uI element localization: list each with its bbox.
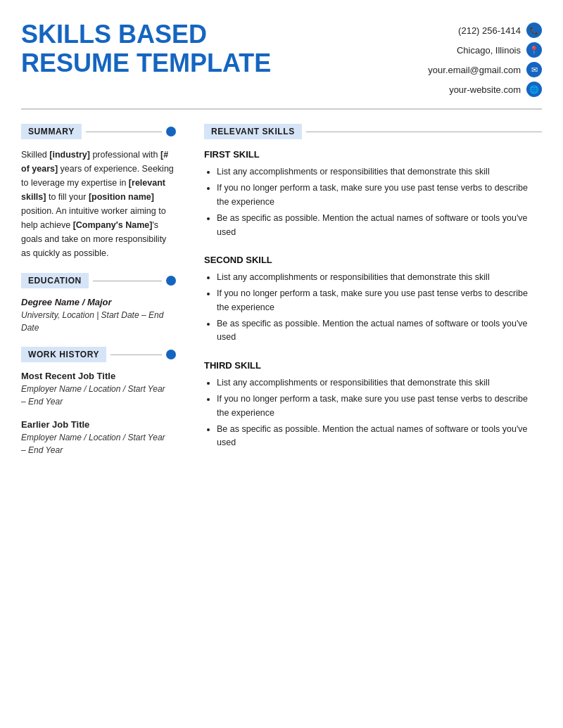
skill-list-2: List any accomplishments or responsibili… — [204, 271, 542, 345]
contact-location-row: Chicago, Illinois 📍 — [457, 42, 542, 58]
edu-detail: University, Location | Start Date – End … — [21, 309, 176, 334]
skill-list-3: List any accomplishments or responsibili… — [204, 376, 542, 450]
skill-3-bullet-2: If you no longer perform a task, make su… — [217, 392, 542, 420]
skill-2-bullet-2: If you no longer perform a task, make su… — [217, 287, 542, 314]
right-column: RELEVANT SKILLS FIRST SKILL List any acc… — [190, 110, 563, 483]
summary-dot — [166, 127, 176, 136]
job-detail-1: Employer Name / Location / Start Year– E… — [21, 383, 176, 408]
summary-line — [86, 132, 162, 132]
job-title-2: Earlier Job Title — [21, 419, 176, 430]
work-history-line — [110, 355, 162, 355]
degree-name: Degree Name / Major — [21, 297, 176, 307]
header-title: SKILLS BASED RESUME TEMPLATE — [21, 20, 387, 78]
location-icon: 📍 — [526, 42, 542, 58]
summary-section: SUMMARY Skilled [industry] professional … — [21, 124, 176, 260]
company-bold: [Company's Name] — [73, 220, 153, 230]
skill-1-bullet-2: If you no longer perform a task, make su… — [217, 181, 542, 209]
resume-title: SKILLS BASED RESUME TEMPLATE — [21, 20, 387, 78]
resume-page: SKILLS BASED RESUME TEMPLATE (212) 256-1… — [0, 0, 563, 728]
summary-label: SUMMARY — [21, 124, 82, 139]
skill-name-3: THIRD SKILL — [204, 360, 542, 371]
summary-header: SUMMARY — [21, 124, 176, 139]
main-content: SUMMARY Skilled [industry] professional … — [0, 110, 563, 483]
skill-name-1: FIRST SKILL — [204, 149, 542, 160]
email-icon: ✉ — [526, 62, 542, 77]
website-icon: 🌐 — [526, 82, 542, 97]
skills-label: RELEVANT SKILLS — [204, 124, 302, 139]
header-contact: (212) 256-1414 📞 Chicago, Illinois 📍 you… — [387, 20, 542, 97]
work-history-dot — [166, 350, 176, 359]
skill-block-3: THIRD SKILL List any accomplishments or … — [204, 360, 542, 450]
work-history-label: WORK HISTORY — [21, 347, 106, 362]
job-detail-2: Employer Name / Location / Start Year– E… — [21, 431, 176, 456]
website-text: your-website.com — [449, 84, 521, 95]
industry-bold: [industry] — [49, 150, 90, 160]
education-line — [93, 281, 162, 281]
work-history-header: WORK HISTORY — [21, 347, 176, 362]
summary-text: Skilled [industry] professional with [# … — [21, 148, 176, 260]
email-text: your.email@gmail.com — [428, 65, 521, 75]
work-history-section: WORK HISTORY Most Recent Job Title Emplo… — [21, 347, 176, 456]
skills-header: RELEVANT SKILLS — [204, 124, 542, 139]
skill-3-bullet-3: Be as specific as possible. Mention the … — [217, 423, 542, 450]
skill-block-2: SECOND SKILL List any accomplishments or… — [204, 255, 542, 345]
skill-block-1: FIRST SKILL List any accomplishments or … — [204, 149, 542, 239]
location-text: Chicago, Illinois — [457, 45, 521, 56]
header: SKILLS BASED RESUME TEMPLATE (212) 256-1… — [0, 0, 563, 108]
job-block-1: Most Recent Job Title Employer Name / Lo… — [21, 371, 176, 408]
skill-list-1: List any accomplishments or responsibili… — [204, 165, 542, 239]
phone-icon: 📞 — [526, 23, 542, 38]
education-dot — [166, 276, 176, 286]
job-title-1: Most Recent Job Title — [21, 371, 176, 381]
education-section: EDUCATION Degree Name / Major University… — [21, 273, 176, 334]
position-bold: [position name] — [89, 192, 154, 202]
education-header: EDUCATION — [21, 273, 176, 288]
years-bold: [# of years] — [21, 150, 168, 174]
contact-phone-row: (212) 256-1414 📞 — [458, 23, 542, 38]
education-label: EDUCATION — [21, 273, 89, 288]
skill-3-bullet-1: List any accomplishments or responsibili… — [217, 376, 542, 390]
skill-1-bullet-1: List any accomplishments or responsibili… — [217, 165, 542, 179]
skill-name-2: SECOND SKILL — [204, 255, 542, 265]
skill-2-bullet-3: Be as specific as possible. Mention the … — [217, 317, 542, 345]
contact-email-row: your.email@gmail.com ✉ — [428, 62, 542, 77]
skill-2-bullet-1: List any accomplishments or responsibili… — [217, 271, 542, 284]
phone-text: (212) 256-1414 — [458, 25, 521, 36]
skill-1-bullet-3: Be as specific as possible. Mention the … — [217, 212, 542, 239]
left-column: SUMMARY Skilled [industry] professional … — [0, 110, 190, 483]
skills-line — [306, 132, 542, 132]
contact-website-row: your-website.com 🌐 — [449, 82, 542, 97]
job-block-2: Earlier Job Title Employer Name / Locati… — [21, 419, 176, 456]
